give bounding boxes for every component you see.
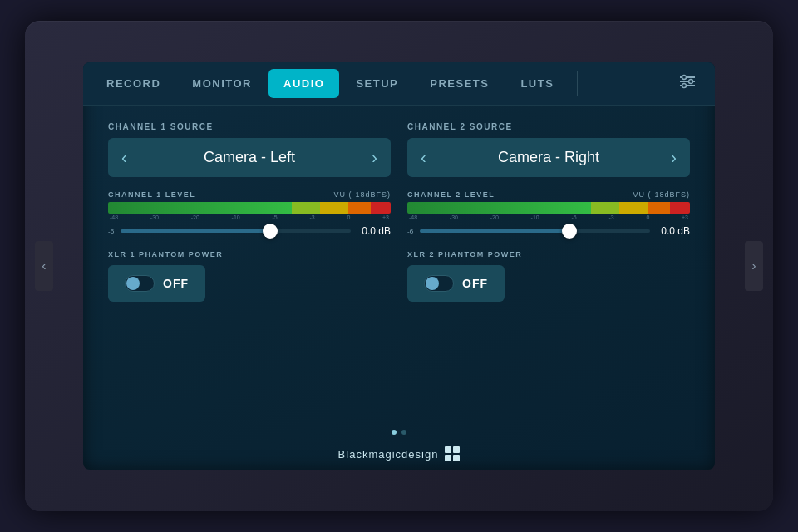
ch1-level-unit: VU (-18dBFS) <box>333 190 391 199</box>
ch2-prev-source-button[interactable]: ‹ <box>421 148 426 167</box>
logo-bar: Blackmagicdesign <box>83 441 715 470</box>
ch1-scale-row: -48 -30 -20 -10 -5 -3 0 +3 <box>108 214 391 220</box>
tab-record[interactable]: RECORD <box>91 69 175 98</box>
ch1-source-selector[interactable]: ‹ Camera - Left › <box>108 138 391 177</box>
ch1-meter-red <box>371 202 391 214</box>
ch1-slider-thumb[interactable] <box>263 224 278 239</box>
tab-monitor[interactable]: MONITOR <box>177 69 267 98</box>
ch2-slider-thumb[interactable] <box>562 224 577 239</box>
ch1-slider-value: 0.0 dB <box>357 225 391 237</box>
ch1-source-value: Camera - Left <box>204 149 295 166</box>
ch2-level-block: CHANNEL 2 LEVEL VU (-18dBFS) -48 <box>407 190 690 237</box>
ch2-meter-orange <box>648 202 670 214</box>
svg-point-3 <box>682 76 687 80</box>
ch2-phantom-label: XLR 2 PHANTOM POWER <box>407 250 690 259</box>
brand-logo-icon <box>445 446 460 461</box>
ch1-slider-row: -6 0.0 dB <box>108 225 391 237</box>
tab-audio[interactable]: AUDIO <box>268 69 339 98</box>
device-body: ‹ RECORD MONITOR AUDIO SETUP PRESETS LUT… <box>25 21 773 511</box>
ch1-phantom-block: XLR 1 PHANTOM POWER OFF <box>108 250 391 302</box>
page-dot-2 <box>401 430 406 435</box>
svg-point-4 <box>689 80 693 84</box>
ch1-phantom-label: XLR 1 PHANTOM POWER <box>108 250 391 259</box>
page-indicator <box>83 430 715 441</box>
ch1-meter-visual <box>108 202 391 214</box>
ch1-level-block: CHANNEL 1 LEVEL VU (-18dBFS) -48 <box>108 190 391 237</box>
ch1-slider-fill <box>121 229 270 233</box>
right-arrow-icon: › <box>751 259 756 273</box>
ch1-meter-wrapper: -48 -30 -20 -10 -5 -3 0 +3 <box>108 202 391 220</box>
ch2-slider-fill <box>420 229 569 233</box>
ch1-toggle-switch <box>125 275 155 292</box>
brand-name: Blackmagicdesign <box>338 448 439 461</box>
prev-page-button[interactable]: ‹ <box>35 241 53 291</box>
ch1-meter-yellow-green <box>292 202 320 214</box>
main-content: CHANNEL 1 SOURCE ‹ Camera - Left › CHANN… <box>83 106 715 430</box>
level-meters-row: CHANNEL 1 LEVEL VU (-18dBFS) -48 <box>108 190 690 237</box>
ch1-next-source-button[interactable]: › <box>372 148 377 167</box>
ch2-toggle-knob <box>426 277 439 290</box>
ch2-scale-row: -48 -30 -20 -10 -5 -3 0 +3 <box>407 214 690 220</box>
ch2-meter-yellow-green <box>591 202 619 214</box>
ch2-source-label: CHANNEL 2 SOURCE <box>407 122 690 131</box>
ch2-level-label: CHANNEL 2 LEVEL <box>407 190 495 199</box>
ch2-slider-track[interactable] <box>420 229 650 233</box>
page-dot-1 <box>392 430 397 435</box>
ch2-level-unit: VU (-18dBFS) <box>633 190 690 199</box>
logo-sq-4 <box>453 455 460 461</box>
tab-presets[interactable]: PRESETS <box>415 69 504 98</box>
ch2-phantom-toggle[interactable]: OFF <box>407 265 505 302</box>
ch2-meter-yellow <box>619 202 648 214</box>
logo-sq-1 <box>445 446 451 453</box>
ch2-source-value: Camera - Right <box>498 149 599 166</box>
ch2-meter-green <box>407 202 591 214</box>
ch1-prev-source-button[interactable]: ‹ <box>121 148 127 167</box>
phantom-power-row: XLR 1 PHANTOM POWER OFF XLR 2 PHANTOM PO… <box>108 250 690 302</box>
channel-1-source-block: CHANNEL 1 SOURCE ‹ Camera - Left › <box>108 122 391 177</box>
ch1-level-label: CHANNEL 1 LEVEL <box>108 190 195 199</box>
ch2-next-source-button[interactable]: › <box>671 148 677 167</box>
next-page-button[interactable]: › <box>745 241 763 291</box>
ch1-source-label: CHANNEL 1 SOURCE <box>108 122 391 131</box>
tab-setup[interactable]: SETUP <box>341 69 413 98</box>
ch2-phantom-state: OFF <box>462 277 488 290</box>
channel-2-source-block: CHANNEL 2 SOURCE ‹ Camera - Right › <box>407 122 690 177</box>
logo-sq-2 <box>453 446 460 453</box>
ch2-source-selector[interactable]: ‹ Camera - Right › <box>407 138 690 177</box>
source-selectors-row: CHANNEL 1 SOURCE ‹ Camera - Left › CHANN… <box>108 122 690 177</box>
ch2-meter-visual <box>407 202 690 214</box>
ch1-meter-yellow <box>320 202 348 214</box>
screen: RECORD MONITOR AUDIO SETUP PRESETS LUTS <box>83 62 715 470</box>
ch2-slider-row: -6 0.0 dB <box>407 225 690 237</box>
ch1-phantom-toggle[interactable]: OFF <box>108 265 205 302</box>
svg-point-5 <box>682 84 687 88</box>
ch2-toggle-switch <box>424 275 454 292</box>
ch2-phantom-block: XLR 2 PHANTOM POWER OFF <box>407 250 690 302</box>
ch1-toggle-knob <box>126 277 140 290</box>
navigation-tabs: RECORD MONITOR AUDIO SETUP PRESETS LUTS <box>83 62 715 106</box>
ch1-slider-min: -6 <box>108 228 114 235</box>
ch2-slider-min: -6 <box>407 228 413 235</box>
left-arrow-icon: ‹ <box>42 259 46 273</box>
settings-icon[interactable] <box>668 67 707 100</box>
ch1-phantom-state: OFF <box>163 277 189 290</box>
ch2-meter-wrapper: -48 -30 -20 -10 -5 -3 0 +3 <box>407 202 690 220</box>
ch1-meter-orange <box>348 202 371 214</box>
logo-sq-3 <box>445 455 451 461</box>
ch2-meter-red <box>670 202 690 214</box>
ch2-slider-value: 0.0 dB <box>657 225 690 237</box>
tab-divider <box>577 71 578 96</box>
tab-luts[interactable]: LUTS <box>505 69 569 98</box>
ch1-slider-track[interactable] <box>121 229 351 233</box>
ch1-meter-green <box>108 202 292 214</box>
